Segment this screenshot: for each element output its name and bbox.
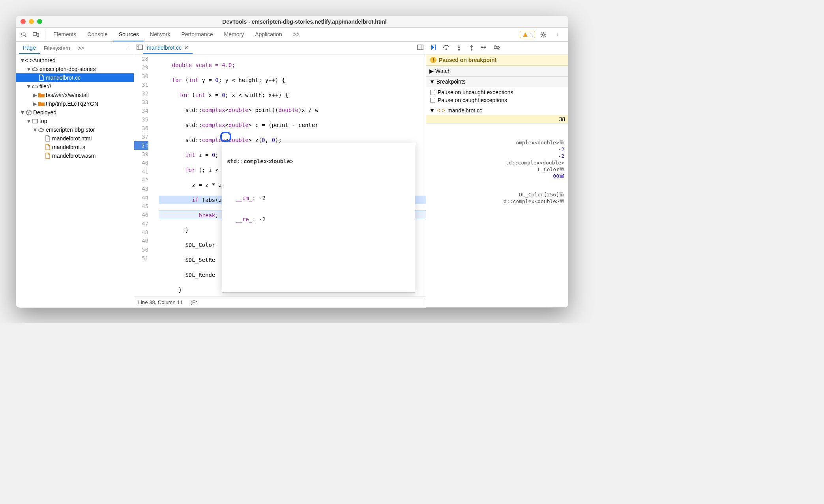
scope-row[interactable]: omplex<double>🏛 — [430, 139, 564, 146]
tree-mandelbrot-html[interactable]: mandelbrot.html — [16, 134, 134, 143]
navigator-panel: Page Filesystem >> ⋮ ▼< >Authored ▼emscr… — [16, 42, 134, 308]
tab-elements[interactable]: Elements — [48, 28, 82, 41]
scope-row[interactable]: 00🏛 — [430, 173, 564, 179]
main-tabs: Elements Console Sources Network Perform… — [48, 28, 520, 41]
scope-row[interactable]: -2 — [430, 146, 564, 153]
nav-tab-filesystem[interactable]: Filesystem — [40, 43, 74, 54]
tooltip-value: : -2 — [252, 216, 266, 222]
tree-tmp[interactable]: ▶tmp/tmp.ELcTq2YGN — [16, 99, 134, 108]
breakpoint-file-label: mandelbrot.cc — [448, 107, 482, 114]
watch-section[interactable]: ▶Watch — [426, 66, 568, 77]
pause-uncaught-checkbox[interactable]: Pause on uncaught exceptions — [430, 88, 564, 96]
scope-row[interactable]: -2 — [430, 153, 564, 159]
tab-network[interactable]: Network — [144, 28, 176, 41]
box-icon — [25, 109, 32, 116]
hover-tooltip: std::complex<double> __im_: -2 __re_: -2 — [222, 143, 415, 293]
svg-rect-7 — [33, 119, 37, 123]
section-title: Watch — [435, 68, 451, 74]
source-editor[interactable]: 2829303132333435363738394041424344454647… — [134, 54, 426, 297]
svg-point-13 — [471, 49, 472, 50]
tabs-overflow[interactable]: >> — [288, 28, 305, 41]
svg-rect-9 — [418, 45, 423, 50]
tree-top[interactable]: ▼top — [16, 117, 134, 125]
tooltip-key: __im_ — [236, 195, 252, 201]
inspect-icon[interactable] — [19, 30, 29, 40]
step-out-icon[interactable] — [468, 44, 475, 52]
cloud-icon — [32, 83, 39, 90]
step-over-icon[interactable] — [443, 44, 450, 52]
cursor-position: Line 38, Column 11 — [138, 299, 183, 305]
nav-tab-page[interactable]: Page — [19, 42, 40, 54]
window-zoom-button[interactable] — [37, 19, 42, 24]
tree-authored[interactable]: ▼< >Authored — [16, 56, 134, 65]
section-title: Breakpoints — [436, 78, 466, 85]
svg-point-11 — [446, 49, 447, 50]
file-wasm-icon — [44, 152, 51, 159]
editor-tab-mandelbrot[interactable]: mandelbrot.cc ✕ — [143, 43, 193, 54]
tab-application[interactable]: Application — [249, 28, 288, 41]
breakpoint-file[interactable]: ▼<·>mandelbrot.cc — [426, 106, 568, 115]
svg-point-3 — [542, 34, 544, 35]
tree-dbg-stories[interactable]: ▼emscripten-dbg-stories — [16, 65, 134, 73]
main-toolbar: Elements Console Sources Network Perform… — [16, 28, 568, 42]
scope-row[interactable]: d::complex<double>🏛 — [430, 198, 564, 205]
step-into-icon[interactable] — [455, 44, 463, 52]
tree-label: emscripten-dbg-stor — [46, 127, 95, 133]
window-titlebar: DevTools - emscripten-dbg-stories.netlif… — [16, 16, 568, 28]
line-gutter[interactable]: 2829303132333435363738394041424344454647… — [134, 54, 151, 297]
file-js-icon — [44, 144, 51, 151]
tab-console[interactable]: Console — [82, 28, 113, 41]
paused-label: Paused on breakpoint — [439, 57, 496, 63]
debugger-toolbar — [426, 42, 568, 54]
window-minimize-button[interactable] — [29, 19, 34, 24]
breakpoint-line[interactable]: 38 — [426, 115, 568, 123]
tab-memory[interactable]: Memory — [219, 28, 250, 41]
deactivate-breakpoints-icon[interactable] — [493, 44, 500, 52]
more-icon[interactable] — [553, 30, 564, 40]
toggle-debugger-icon[interactable] — [417, 44, 423, 52]
close-icon[interactable]: ✕ — [184, 45, 189, 51]
window-close-button[interactable] — [21, 19, 26, 24]
tab-sources[interactable]: Sources — [113, 28, 144, 41]
tree-install[interactable]: ▶b/s/w/ir/x/w/install — [16, 91, 134, 99]
tree-dbg-stor2[interactable]: ▼emscripten-dbg-stor — [16, 125, 134, 134]
code-area[interactable]: double scale = 4.0; for (int y = 0; y < … — [151, 54, 426, 297]
settings-icon[interactable] — [538, 30, 549, 40]
svg-rect-8 — [137, 45, 142, 50]
paused-banner: i Paused on breakpoint — [426, 54, 568, 66]
tree-file-scheme[interactable]: ▼file:// — [16, 82, 134, 91]
tree-mandelbrot-cc[interactable]: mandelbrot.cc — [16, 73, 134, 82]
svg-point-14 — [481, 47, 483, 48]
code-line: SDL_Rende — [159, 272, 215, 278]
checkbox[interactable] — [430, 98, 435, 103]
checkbox[interactable] — [430, 90, 435, 95]
nav-more-icon[interactable]: ⋮ — [125, 45, 131, 51]
tree-mandelbrot-js[interactable]: mandelbrot.js — [16, 143, 134, 151]
tree-mandelbrot-wasm[interactable]: mandelbrot.wasm — [16, 151, 134, 160]
tab-performance[interactable]: Performance — [176, 28, 218, 41]
breakpoints-header[interactable]: ▼Breakpoints — [426, 77, 568, 87]
window-title: DevTools - emscripten-dbg-stories.netlif… — [45, 19, 564, 25]
pause-caught-checkbox[interactable]: Pause on caught exceptions — [430, 96, 564, 104]
scope-row[interactable]: L_Color🏛 — [430, 166, 564, 173]
code-line: } — [159, 227, 189, 233]
tree-label: Deployed — [33, 109, 56, 116]
tree-label: Authored — [33, 57, 56, 63]
scope-row[interactable]: DL_Color[256]🏛 — [430, 191, 564, 198]
svg-rect-10 — [435, 45, 436, 50]
issues-count: 1 — [530, 32, 532, 37]
frame-icon — [32, 118, 39, 125]
resume-icon[interactable] — [430, 44, 437, 52]
device-toggle-icon[interactable] — [31, 30, 41, 40]
scope-row[interactable]: td::complex<double> — [430, 159, 564, 166]
tree-label: mandelbrot.html — [52, 135, 92, 142]
step-icon[interactable] — [481, 44, 488, 52]
nav-tabs-overflow[interactable]: >> — [74, 43, 88, 54]
tree-deployed[interactable]: ▼Deployed — [16, 108, 134, 117]
debugger-panel: i Paused on breakpoint ▶Watch ▼Breakpoin… — [426, 42, 568, 308]
svg-rect-2 — [37, 33, 39, 36]
folder-icon — [38, 100, 45, 107]
toggle-navigator-icon[interactable] — [137, 44, 143, 52]
issues-badge[interactable]: 1 — [520, 31, 535, 38]
svg-point-4 — [557, 34, 558, 34]
